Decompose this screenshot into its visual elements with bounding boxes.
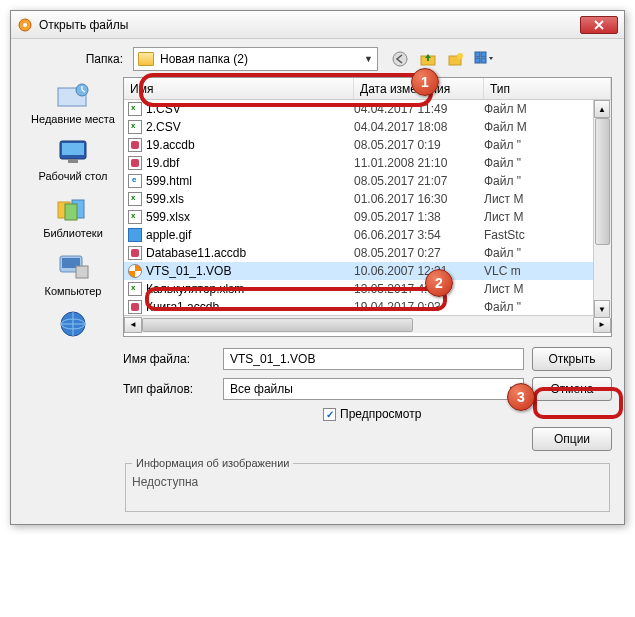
scroll-up-icon[interactable]: ▲ xyxy=(594,100,610,118)
scroll-down-icon[interactable]: ▼ xyxy=(594,300,610,318)
file-row[interactable]: 1.CSV04.04.2017 11:49Файл M xyxy=(124,100,611,118)
libraries-icon xyxy=(55,193,91,225)
file-date: 04.04.2017 18:08 xyxy=(354,120,484,134)
file-icon xyxy=(128,228,142,242)
file-row[interactable]: Книга1.accdb19.04.2017 0:03Файл " xyxy=(124,298,611,315)
file-name: 19.accdb xyxy=(146,138,195,152)
back-icon[interactable] xyxy=(390,49,410,69)
file-icon xyxy=(128,102,142,116)
file-name: 599.xlsx xyxy=(146,210,190,224)
bottom-inputs: Имя файла: Открыть Тип файлов: Все файлы… xyxy=(123,347,612,512)
file-list: Имя Дата изменения Тип 1.CSV04.04.2017 1… xyxy=(123,77,612,337)
place-label: Компьютер xyxy=(23,285,123,298)
file-name: Database11.accdb xyxy=(146,246,246,260)
open-file-dialog: Открыть файлы Папка: Новая папка (2) ▼ xyxy=(10,10,625,525)
filename-input[interactable] xyxy=(223,348,524,370)
svg-rect-6 xyxy=(475,52,480,57)
info-text: Недоступна xyxy=(132,475,603,489)
preview-checkbox[interactable]: ✓ xyxy=(323,408,336,421)
file-row[interactable]: 599.html08.05.2017 21:07Файл " xyxy=(124,172,611,190)
up-folder-icon[interactable] xyxy=(418,49,438,69)
horizontal-scrollbar[interactable]: ◄ ► xyxy=(124,315,611,333)
file-icon xyxy=(128,120,142,134)
file-row[interactable]: Database11.accdb08.05.2017 0:27Файл " xyxy=(124,244,611,262)
place-computer[interactable]: Компьютер xyxy=(23,251,123,298)
file-date: 06.06.2017 3:54 xyxy=(354,228,484,242)
file-icon xyxy=(128,138,142,152)
scroll-thumb[interactable] xyxy=(142,318,413,332)
svg-point-5 xyxy=(457,53,463,59)
options-button[interactable]: Опции xyxy=(532,427,612,451)
preview-label: Предпросмотр xyxy=(340,407,421,421)
file-date: 11.01.2008 21:10 xyxy=(354,156,484,170)
header-date[interactable]: Дата изменения xyxy=(354,78,484,99)
folder-icon xyxy=(138,52,154,66)
file-icon xyxy=(128,300,142,314)
filetype-row: Тип файлов: Все файлы ▼ Отмена xyxy=(123,377,612,401)
preview-row: ✓ Предпросмотр xyxy=(123,407,612,421)
scroll-left-icon[interactable]: ◄ xyxy=(124,317,142,333)
file-type: Лист M xyxy=(484,210,611,224)
titlebar: Открыть файлы xyxy=(11,11,624,39)
file-panel: Имя Дата изменения Тип 1.CSV04.04.2017 1… xyxy=(123,77,612,512)
file-name: 599.html xyxy=(146,174,192,188)
file-rows: 1.CSV04.04.2017 11:49Файл M2.CSV04.04.20… xyxy=(124,100,611,315)
view-menu-icon[interactable] xyxy=(474,49,494,69)
file-row[interactable]: 19.dbf11.01.2008 21:10Файл " xyxy=(124,154,611,172)
place-network[interactable] xyxy=(23,308,123,340)
new-folder-icon[interactable] xyxy=(446,49,466,69)
main-area: Недавние места Рабочий стол Библиотеки К… xyxy=(23,77,612,512)
file-row[interactable]: 599.xlsx09.05.2017 1:38Лист M xyxy=(124,208,611,226)
file-name: VTS_01_1.VOB xyxy=(146,264,231,278)
folder-combo[interactable]: Новая папка (2) ▼ xyxy=(133,47,378,71)
file-row[interactable]: 2.CSV04.04.2017 18:08Файл M xyxy=(124,118,611,136)
filename-row: Имя файла: Открыть xyxy=(123,347,612,371)
file-name: 599.xls xyxy=(146,192,184,206)
file-row[interactable]: 19.accdb08.05.2017 0:19Файл " xyxy=(124,136,611,154)
place-label: Библиотеки xyxy=(23,227,123,240)
file-row[interactable]: apple.gif06.06.2017 3:54FastStc xyxy=(124,226,611,244)
place-recent[interactable]: Недавние места xyxy=(23,79,123,126)
options-row: Опции xyxy=(123,427,612,451)
svg-rect-8 xyxy=(475,58,480,63)
file-date: 04.04.2017 11:49 xyxy=(354,102,484,116)
toolbar-icons xyxy=(390,49,494,69)
file-type: Файл " xyxy=(484,138,611,152)
scroll-right-icon[interactable]: ► xyxy=(593,317,611,333)
header-type[interactable]: Тип xyxy=(484,78,611,99)
scroll-thumb[interactable] xyxy=(595,118,610,245)
close-button[interactable] xyxy=(580,16,618,34)
svg-rect-14 xyxy=(68,159,78,163)
file-type: Лист M xyxy=(484,282,611,296)
folder-label: Папка: xyxy=(23,52,133,66)
file-row[interactable]: Калькулятор.xlsm13.05.2017 4:34Лист M xyxy=(124,280,611,298)
place-libraries[interactable]: Библиотеки xyxy=(23,193,123,240)
svg-rect-9 xyxy=(481,58,486,63)
file-icon xyxy=(128,210,142,224)
svg-point-2 xyxy=(393,52,407,66)
file-row[interactable]: VTS_01_1.VOB10.06.2007 12:31VLC m xyxy=(124,262,611,280)
network-icon xyxy=(55,308,91,340)
place-desktop[interactable]: Рабочий стол xyxy=(23,136,123,183)
open-button[interactable]: Открыть xyxy=(532,347,612,371)
place-label: Рабочий стол xyxy=(23,170,123,183)
desktop-icon xyxy=(55,136,91,168)
file-type: VLC m xyxy=(484,264,611,278)
info-legend: Информация об изображении xyxy=(132,457,293,469)
app-icon xyxy=(17,17,33,33)
header-name[interactable]: Имя xyxy=(124,78,354,99)
dialog-body: Папка: Новая папка (2) ▼ Недавние места xyxy=(11,39,624,524)
file-icon xyxy=(128,174,142,188)
vertical-scrollbar[interactable]: ▲ ▼ xyxy=(593,100,611,318)
file-date: 08.05.2017 0:27 xyxy=(354,246,484,260)
place-label: Недавние места xyxy=(23,113,123,126)
filetype-combo[interactable]: Все файлы ▼ xyxy=(223,378,524,400)
file-name: 19.dbf xyxy=(146,156,179,170)
window-title: Открыть файлы xyxy=(39,18,580,32)
svg-rect-20 xyxy=(76,266,88,278)
file-row[interactable]: 599.xls01.06.2017 16:30Лист M xyxy=(124,190,611,208)
file-icon xyxy=(128,156,142,170)
image-info-box: Информация об изображении Недоступна xyxy=(125,457,610,512)
svg-rect-7 xyxy=(481,52,486,57)
cancel-button[interactable]: Отмена xyxy=(532,377,612,401)
